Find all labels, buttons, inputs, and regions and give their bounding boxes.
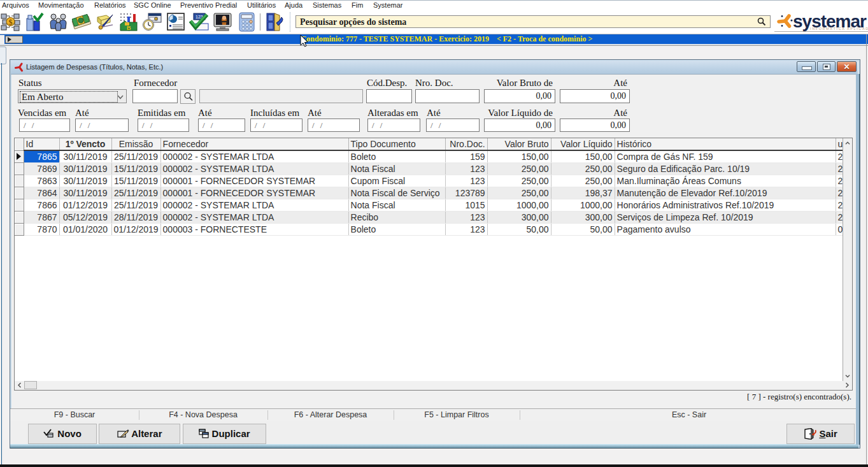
- svg-text:$: $: [9, 18, 13, 27]
- svg-text:B: B: [127, 25, 131, 31]
